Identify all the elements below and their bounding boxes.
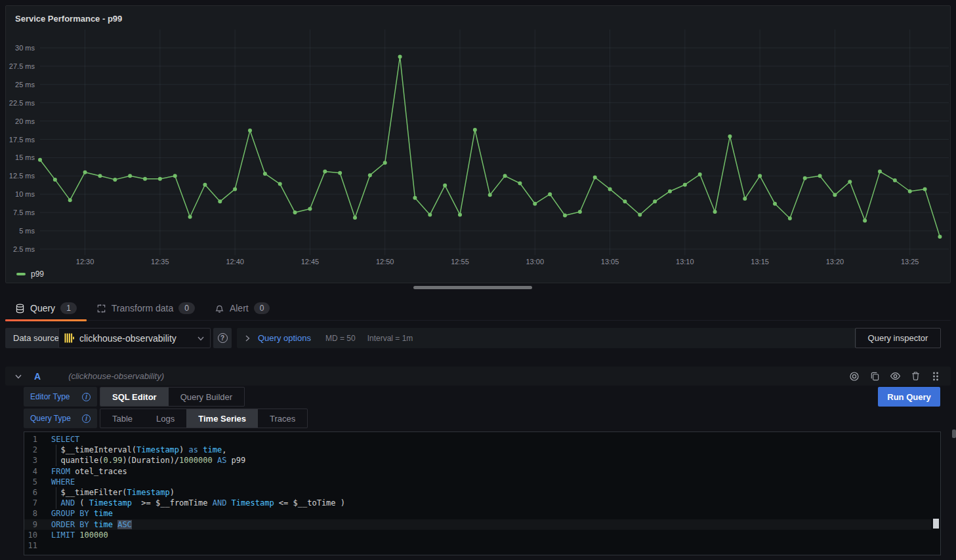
code-text: $__timeFilter(Timestamp): [37, 487, 175, 498]
question-circle-icon: ?: [218, 333, 228, 343]
info-circle-icon[interactable]: i: [82, 393, 91, 401]
line-number: 2: [24, 445, 37, 455]
line-number: 10: [24, 530, 37, 540]
tab-alert[interactable]: Alert 0: [205, 296, 280, 321]
sql-code-editor[interactable]: 1SELECT2 $__timeInterval(Timestamp) as t…: [24, 431, 941, 555]
code-line-2[interactable]: 2 $__timeInterval(Timestamp) as time,: [24, 445, 931, 455]
datasource-bar: Data source clickhouse-observability ? Q…: [5, 328, 951, 348]
datasource-name: clickhouse-observability: [79, 333, 192, 344]
query-type-label: Query Type i: [24, 409, 97, 428]
info-circle-icon[interactable]: i: [82, 414, 91, 423]
query-options-toggle[interactable]: Query options: [258, 333, 311, 343]
code-text: GROUP BY time: [37, 508, 113, 519]
delete-query-trash-icon[interactable]: [909, 370, 921, 382]
tab-query-count: 1: [60, 302, 77, 314]
chart-legend[interactable]: p99: [16, 270, 44, 279]
svg-text:12:50: 12:50: [376, 258, 394, 266]
panel-resize-handle[interactable]: [413, 286, 532, 289]
page-scrollbar-thumb[interactable]: [952, 430, 956, 438]
code-text: FROM otel_traces: [37, 466, 127, 477]
svg-text:12:55: 12:55: [451, 258, 469, 266]
chevron-down-icon: [197, 334, 205, 342]
svg-text:13:20: 13:20: [826, 258, 844, 266]
code-line-9[interactable]: 9ORDER BY time ASC: [24, 519, 931, 530]
svg-text:17.5 ms: 17.5 ms: [9, 136, 35, 144]
query-row-actions: [848, 370, 942, 382]
tab-query-label: Query: [30, 303, 55, 313]
query-refid[interactable]: A: [34, 371, 41, 382]
line-number: 3: [24, 455, 37, 466]
code-line-1[interactable]: 1SELECT: [24, 434, 931, 445]
query-type-switch: Table Logs Time Series Traces: [100, 409, 308, 428]
code-text: ORDER BY time ASC: [37, 519, 132, 530]
query-datasource-hint: (clickhouse-observability): [68, 371, 164, 381]
editor-type-sql-editor[interactable]: SQL Editor: [100, 388, 169, 406]
line-number: 7: [24, 498, 37, 508]
duplicate-query-icon[interactable]: [869, 370, 881, 382]
svg-text:13:00: 13:00: [526, 258, 545, 266]
code-text: LIMIT 100000: [37, 530, 108, 540]
overview-ruler-cursor: [933, 519, 939, 529]
query-inspector-button[interactable]: Query inspector: [855, 328, 941, 348]
chevron-right-icon[interactable]: [243, 334, 251, 342]
drag-grip-icon[interactable]: [930, 370, 942, 382]
svg-text:13:15: 13:15: [751, 258, 769, 266]
svg-text:13:10: 13:10: [676, 258, 694, 266]
svg-text:5 ms: 5 ms: [19, 227, 35, 235]
svg-text:7.5 ms: 7.5 ms: [13, 209, 35, 216]
svg-text:2.5 ms: 2.5 ms: [13, 245, 35, 253]
datasource-help-button[interactable]: ?: [213, 328, 232, 348]
code-line-3[interactable]: 3 quantile(0.99)(Duration)/1000000 AS p9…: [24, 455, 931, 466]
run-query-button[interactable]: Run Query: [878, 387, 940, 407]
editor-type-label: Editor Type i: [24, 387, 97, 407]
code-line-10[interactable]: 10LIMIT 100000: [24, 530, 931, 540]
svg-text:15 ms: 15 ms: [15, 153, 35, 161]
query-type-traces[interactable]: Traces: [258, 409, 307, 428]
query-row-header[interactable]: A (clickhouse-observability): [5, 367, 951, 386]
editor-tabs: Query 1 Transform data 0 Alert 0: [5, 296, 951, 321]
database-icon: [15, 304, 25, 313]
tab-transform-count: 0: [178, 302, 195, 314]
line-number: 11: [24, 540, 37, 551]
legend-series-swatch: [16, 273, 26, 275]
tab-transform-label: Transform data: [112, 303, 173, 313]
code-text: [37, 540, 51, 551]
record-circle-icon[interactable]: [848, 370, 860, 382]
line-number: 1: [24, 434, 37, 445]
code-text: WHERE: [37, 477, 75, 487]
code-line-6[interactable]: 6 $__timeFilter(Timestamp): [24, 487, 931, 498]
tab-transform-data[interactable]: Transform data 0: [87, 296, 205, 321]
line-number: 8: [24, 508, 37, 519]
code-line-11[interactable]: 11: [24, 540, 931, 551]
code-text: AND ( Timestamp >= $__fromTime AND Times…: [37, 498, 345, 508]
tab-query[interactable]: Query 1: [5, 296, 87, 321]
query-options-bar: Query options MD = 50 Interval = 1m: [237, 328, 856, 348]
tab-alert-count: 0: [254, 302, 270, 314]
timeseries-chart[interactable]: 30 ms27.5 ms25 ms22.5 ms20 ms17.5 ms15 m…: [6, 6, 950, 283]
editor-type-switch: SQL Editor Query Builder: [100, 387, 245, 407]
code-text: SELECT: [37, 434, 79, 445]
code-lines[interactable]: 1SELECT2 $__timeInterval(Timestamp) as t…: [24, 434, 931, 551]
legend-series-label: p99: [31, 270, 44, 279]
hide-query-eye-icon[interactable]: [889, 370, 901, 382]
line-number: 4: [24, 466, 37, 477]
editor-type-query-builder[interactable]: Query Builder: [169, 388, 244, 406]
query-options-interval: Interval = 1m: [367, 334, 413, 343]
svg-text:12:30: 12:30: [76, 258, 94, 266]
query-type-time-series[interactable]: Time Series: [186, 409, 258, 428]
transform-icon: [96, 304, 106, 313]
query-type-table[interactable]: Table: [100, 409, 144, 428]
svg-text:10 ms: 10 ms: [15, 190, 35, 198]
svg-text:12:40: 12:40: [226, 258, 244, 266]
code-line-8[interactable]: 8GROUP BY time: [24, 508, 931, 519]
query-type-logs[interactable]: Logs: [144, 409, 186, 428]
timeseries-panel: Service Performance - p99 30 ms27.5 ms25…: [5, 5, 951, 283]
datasource-picker[interactable]: clickhouse-observability: [58, 328, 211, 348]
tab-alert-label: Alert: [230, 303, 249, 313]
code-line-5[interactable]: 5WHERE: [24, 477, 931, 487]
datasource-label: Data source: [5, 328, 67, 348]
collapse-chevron-icon[interactable]: [14, 372, 22, 380]
code-line-7[interactable]: 7 AND ( Timestamp >= $__fromTime AND Tim…: [24, 498, 931, 508]
code-line-4[interactable]: 4FROM otel_traces: [24, 466, 931, 477]
line-number: 6: [24, 487, 37, 498]
